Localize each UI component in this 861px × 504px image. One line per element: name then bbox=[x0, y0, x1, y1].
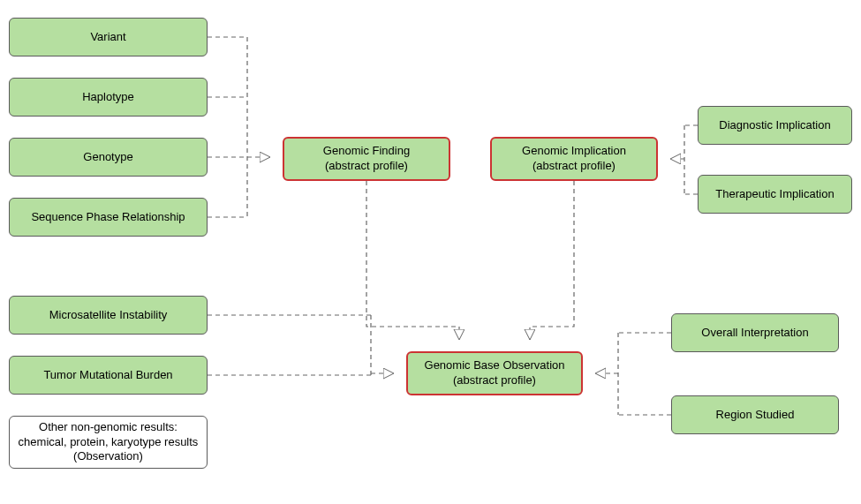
label-line2: (abstract profile) bbox=[425, 373, 565, 388]
node-variant: Variant bbox=[9, 18, 208, 56]
label: Therapeutic Implication bbox=[715, 187, 834, 202]
node-diagnostic-implication: Diagnostic Implication bbox=[698, 106, 852, 145]
node-genotype: Genotype bbox=[9, 138, 208, 177]
label: Tumor Mutational Burden bbox=[43, 368, 172, 383]
node-genomic-base-observation: Genomic Base Observation (abstract profi… bbox=[406, 351, 583, 395]
node-genomic-implication: Genomic Implication (abstract profile) bbox=[490, 137, 658, 181]
label: Microsatellite Instability bbox=[49, 308, 168, 323]
label-line2: (abstract profile) bbox=[323, 159, 410, 174]
label: Genotype bbox=[83, 150, 132, 165]
label-line1: Genomic Implication bbox=[522, 144, 626, 159]
node-genomic-finding: Genomic Finding (abstract profile) bbox=[283, 137, 450, 181]
node-sequence-phase: Sequence Phase Relationship bbox=[9, 198, 208, 237]
label: Sequence Phase Relationship bbox=[31, 210, 185, 225]
label: Diagnostic Implication bbox=[719, 118, 830, 133]
node-microsatellite: Microsatellite Instability bbox=[9, 296, 208, 335]
node-other-nongenomic: Other non-genomic results: chemical, pro… bbox=[9, 416, 208, 469]
node-tumor-mutational: Tumor Mutational Burden bbox=[9, 356, 208, 395]
label-group: Other non-genomic results: chemical, pro… bbox=[19, 420, 199, 465]
label-group: Genomic Base Observation (abstract profi… bbox=[425, 358, 565, 388]
label-group: Genomic Finding (abstract profile) bbox=[323, 144, 410, 174]
node-therapeutic-implication: Therapeutic Implication bbox=[698, 175, 852, 214]
label-line3: (Observation) bbox=[19, 449, 199, 464]
node-haplotype: Haplotype bbox=[9, 78, 208, 117]
label-line2: chemical, protein, karyotype results bbox=[19, 435, 199, 450]
label-line2: (abstract profile) bbox=[522, 159, 626, 174]
label-line1: Other non-genomic results: bbox=[19, 420, 199, 435]
label: Region Studied bbox=[716, 408, 795, 423]
label-line1: Genomic Base Observation bbox=[425, 358, 565, 373]
label: Overall Interpretation bbox=[701, 326, 808, 341]
label: Variant bbox=[90, 30, 125, 45]
node-region-studied: Region Studied bbox=[671, 395, 839, 434]
node-overall-interpretation: Overall Interpretation bbox=[671, 313, 839, 352]
label: Haplotype bbox=[82, 90, 134, 105]
label-group: Genomic Implication (abstract profile) bbox=[522, 144, 626, 174]
label-line1: Genomic Finding bbox=[323, 144, 410, 159]
